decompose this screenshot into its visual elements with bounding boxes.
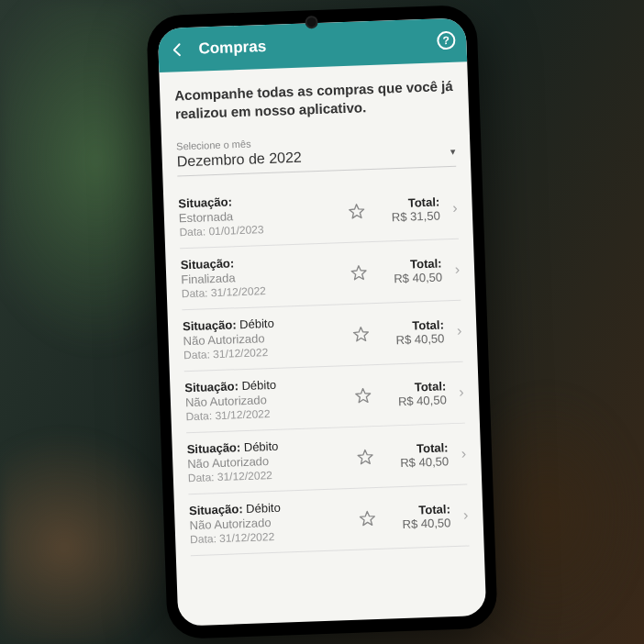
star-icon [349, 263, 368, 283]
intro-text: Acompanhe todas as compras que você já r… [174, 77, 454, 124]
back-button[interactable] [169, 41, 186, 59]
item-info: Situação:FinalizadaData: 31/12/2022 [180, 252, 339, 300]
chevron-right-icon: › [453, 322, 462, 339]
item-info: Situação: DébitoNão AutorizadoData: 31/1… [189, 498, 349, 546]
purchase-item[interactable]: Situação: DébitoNão AutorizadoData: 31/1… [186, 423, 467, 494]
chevron-right-icon: › [455, 383, 464, 400]
item-total: Total:R$ 40,50 [383, 440, 449, 470]
purchase-list: Situação:EstornadaData: 01/01/2023Total:… [178, 177, 470, 555]
item-total: Total:R$ 40,50 [382, 379, 447, 408]
favorite-button[interactable] [357, 508, 378, 529]
purchase-item[interactable]: Situação:FinalizadaData: 31/12/2022Total… [180, 239, 461, 310]
favorite-button[interactable] [346, 201, 367, 222]
total-value: R$ 40,50 [382, 393, 446, 408]
total-value: R$ 31,50 [375, 208, 439, 224]
item-total: Total:R$ 40,50 [377, 256, 442, 285]
favorite-button[interactable] [354, 447, 375, 468]
favorite-button[interactable] [352, 385, 373, 406]
caret-down-icon: ▾ [450, 146, 455, 158]
purchase-item[interactable]: Situação: DébitoNão AutorizadoData: 31/1… [184, 361, 465, 433]
star-icon [355, 448, 374, 467]
help-icon: ? [442, 34, 450, 47]
total-label: Total: [377, 256, 441, 272]
star-icon [347, 202, 366, 221]
star-icon [351, 325, 371, 344]
total-value: R$ 40,50 [378, 270, 442, 285]
star-icon [353, 386, 372, 405]
favorite-button[interactable] [350, 324, 372, 345]
chevron-right-icon: › [457, 445, 466, 461]
help-button[interactable]: ? [437, 31, 456, 50]
item-info: Situação:EstornadaData: 01/01/2023 [178, 191, 338, 239]
item-total: Total:R$ 40,50 [380, 317, 445, 347]
total-value: R$ 40,50 [386, 516, 450, 531]
purchase-item[interactable]: Situação: DébitoNão AutorizadoData: 31/1… [182, 300, 462, 372]
content-area: Acompanhe todas as compras que você já r… [159, 61, 486, 626]
header-title: Compras [198, 32, 425, 59]
star-icon [358, 509, 377, 528]
item-total: Total:R$ 31,50 [375, 194, 440, 224]
item-info: Situação: DébitoNão AutorizadoData: 31/1… [183, 314, 342, 361]
total-label: Total: [383, 440, 448, 456]
purchase-item[interactable]: Situação: DébitoNão AutorizadoData: 31/1… [188, 484, 469, 556]
item-info: Situação: DébitoNão AutorizadoData: 31/1… [186, 437, 346, 484]
favorite-button[interactable] [348, 262, 369, 283]
chevron-right-icon: › [450, 261, 460, 277]
month-select-value: Dezembro de 2022 [176, 149, 302, 170]
screen: Compras ? Acompanhe todas as compras que… [158, 17, 487, 626]
chevron-right-icon: › [460, 506, 469, 523]
purchase-item[interactable]: Situação:EstornadaData: 01/01/2023Total:… [178, 177, 459, 249]
chevron-right-icon: › [449, 199, 458, 216]
chevron-left-icon [169, 41, 186, 59]
total-value: R$ 40,50 [380, 331, 444, 347]
phone-frame: Compras ? Acompanhe todas as compras que… [146, 5, 498, 639]
item-total: Total:R$ 40,50 [386, 502, 451, 531]
total-value: R$ 40,50 [384, 454, 449, 470]
item-info: Situação: DébitoNão AutorizadoData: 31/1… [184, 375, 344, 423]
